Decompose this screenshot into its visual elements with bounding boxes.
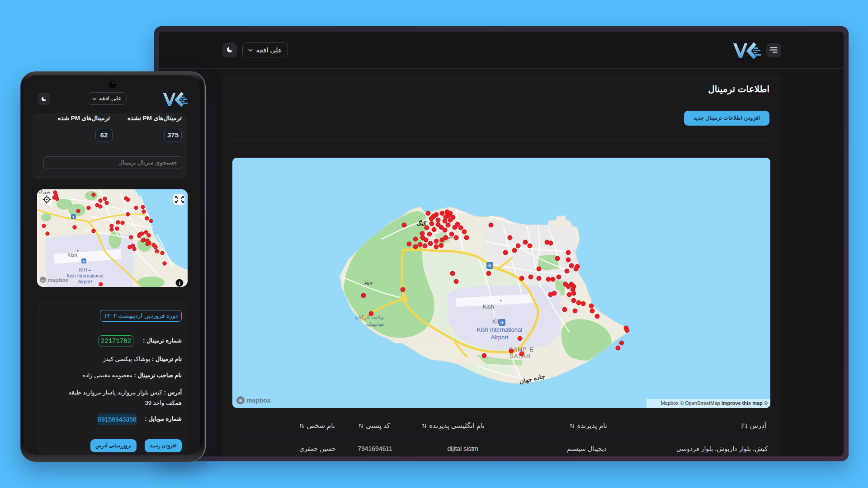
- svg-text:mapbox: mapbox: [246, 397, 271, 404]
- svg-text:✈: ✈: [488, 263, 492, 268]
- svg-text:Kish International: Kish International: [66, 273, 103, 278]
- svg-text:شهرک: شهرک: [39, 190, 50, 194]
- svg-text:Kish: Kish: [67, 252, 77, 258]
- svg-text:Hur: Hur: [364, 281, 373, 286]
- svg-text:Airport: Airport: [78, 279, 92, 284]
- svg-text:Kish: Kish: [482, 303, 494, 310]
- svg-text:Airport: Airport: [491, 334, 509, 341]
- svg-text:✈: ✈: [500, 320, 504, 325]
- svg-text:Kish International: Kish International: [477, 326, 523, 333]
- svg-text:mapbox: mapbox: [47, 277, 68, 283]
- svg-text:✈: ✈: [82, 259, 85, 263]
- svg-text:m: m: [41, 278, 44, 282]
- svg-text:KIH –: KIH –: [79, 267, 91, 272]
- svg-text:كنگ: كنگ: [416, 220, 427, 227]
- svg-text:Mapbox © OpenStreetMap Improve: Mapbox © OpenStreetMap Improve this map …: [661, 400, 768, 406]
- svg-text:✈: ✈: [72, 215, 75, 219]
- svg-text:هواپیمایی: هواپیمایی: [364, 321, 384, 327]
- svg-text:m: m: [239, 398, 243, 403]
